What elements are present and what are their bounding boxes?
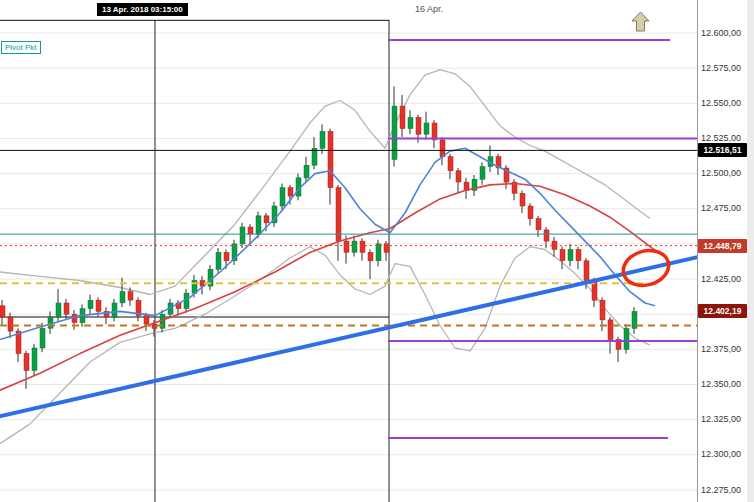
candle-body [568,250,573,261]
candle-body [560,250,565,261]
candle-body [320,131,325,148]
candle-body [608,320,613,340]
candle-body [120,292,125,303]
candle-body [48,317,53,328]
candlestick-chart-svg [0,0,697,502]
candle-body [360,241,365,252]
candle-body [392,106,397,159]
price-badge: 12.402,19 [698,304,747,318]
candle-body [336,188,341,241]
candle-body [288,188,293,196]
candle-body [248,227,253,234]
price-tick-label: 12.500,00 [701,168,741,178]
candle-body [88,300,93,308]
candle-body [216,252,221,269]
price-tick-label: 12.375,00 [701,344,741,354]
candle-body [352,241,357,252]
price-axis[interactable]: 12.600,0012.575,0012.550,0012.525,0012.5… [697,0,747,502]
price-tick-label: 12.600,00 [701,28,741,38]
candle-body [264,216,269,223]
candle-body [56,303,61,317]
candle-body [240,227,245,244]
price-tick-label: 12.350,00 [701,379,741,389]
price-tick-label: 12.300,00 [701,449,741,459]
price-badge: 12.516,51 [698,143,747,157]
candle-body [456,171,461,182]
price-tick-label: 12.425,00 [701,274,741,284]
candle-body [416,117,421,134]
candle-body [528,206,533,219]
candle-body [280,188,285,206]
candle-body [600,300,605,320]
candle-body [400,106,405,129]
price-tick-label: 12.475,00 [701,203,741,213]
candle-body [0,306,5,317]
candle-body [520,193,525,206]
candle-body [128,292,133,300]
candle-body [536,219,541,230]
candle-body [584,261,589,281]
candle-body [144,316,149,324]
candle-body [408,117,413,128]
candle-body [96,300,101,311]
price-tick-label: 12.525,00 [701,133,741,143]
candle-body [480,167,485,180]
candle-body [576,250,581,261]
candle-body [64,303,69,314]
candle-body [368,252,373,260]
candle-body [432,123,437,140]
candle-body [32,348,37,371]
crosshair-timestamp-tooltip: 13 Apr. 2018 03:15:00 [97,3,188,16]
candle-body [448,157,453,171]
candle-body [328,131,333,187]
candle-body [304,165,309,178]
vertical-scrollbar[interactable] [746,0,754,502]
chart-surface[interactable] [0,0,697,502]
x-axis-date-label: 16 Apr. [415,4,443,14]
candle-body [224,252,229,260]
price-badge: 12.448,79 [698,239,747,253]
candle-body [112,303,117,317]
candle-body [424,123,429,134]
candle-body [376,244,381,261]
candle-body [8,317,13,331]
trend-line [0,257,697,417]
price-tick-label: 12.275,00 [701,485,741,495]
candle-body [624,328,629,349]
candle-body [40,328,45,348]
price-tick-label: 12.550,00 [701,98,741,108]
candle-body [24,354,29,371]
price-tick-label: 12.575,00 [701,63,741,73]
candle-body [344,241,349,252]
price-tick-label: 12.325,00 [701,414,741,424]
pivot-point-label: Pivot Pkt [1,41,41,54]
candle-body [440,140,445,157]
scroll-up-arrow-icon [631,12,650,36]
candle-body [544,230,549,241]
chart-window: { "header": { "timestamp_tooltip": "13 A… [0,0,754,502]
candle-body [256,216,261,234]
